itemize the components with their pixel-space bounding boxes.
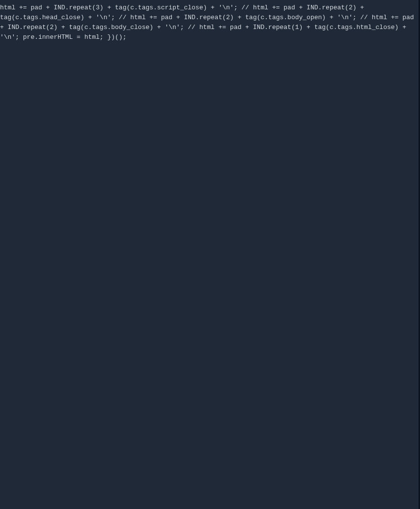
code-block[interactable] xyxy=(0,0,419,3)
